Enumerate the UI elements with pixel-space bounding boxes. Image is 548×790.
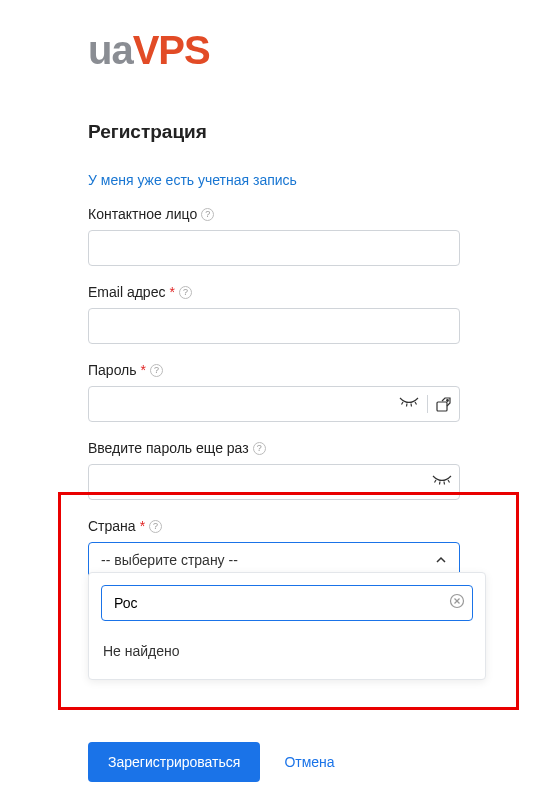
help-icon[interactable]: ? (201, 208, 214, 221)
svg-line-2 (411, 404, 412, 407)
help-icon[interactable]: ? (150, 364, 163, 377)
logo: uaVPS (88, 28, 460, 73)
logo-part-vps: VPS (133, 28, 210, 72)
svg-rect-4 (437, 402, 447, 411)
svg-line-9 (448, 480, 450, 483)
email-label: Email адрес (88, 284, 165, 300)
help-icon[interactable]: ? (149, 520, 162, 533)
field-email: Email адрес* ? (88, 284, 460, 344)
required-marker: * (169, 284, 174, 300)
password2-label: Введите пароль еще раз (88, 440, 249, 456)
help-icon[interactable]: ? (179, 286, 192, 299)
submit-button[interactable]: Зарегистрироваться (88, 742, 260, 782)
country-search-input[interactable] (101, 585, 473, 621)
svg-line-1 (407, 404, 408, 407)
password2-label-row: Введите пароль еще раз ? (88, 440, 460, 456)
no-results-text: Не найдено (101, 639, 473, 667)
field-country: Страна* ? -- выберите страну -- (88, 518, 460, 578)
eye-icon[interactable] (399, 397, 419, 411)
help-icon[interactable]: ? (253, 442, 266, 455)
contact-label-row: Контактное лицо ? (88, 206, 460, 222)
svg-line-3 (415, 402, 417, 405)
field-password: Пароль* ? (88, 362, 460, 422)
password-label: Пароль (88, 362, 137, 378)
country-dropdown: Не найдено (88, 572, 486, 680)
contact-input[interactable] (88, 230, 460, 266)
country-select-placeholder: -- выберите страну -- (101, 552, 238, 568)
eye-icon[interactable] (432, 475, 452, 489)
svg-line-7 (440, 482, 441, 485)
contact-label: Контактное лицо (88, 206, 197, 222)
email-input[interactable] (88, 308, 460, 344)
password-confirm-input[interactable] (88, 464, 460, 500)
svg-line-8 (444, 482, 445, 485)
svg-line-0 (402, 402, 404, 405)
cancel-button[interactable]: Отмена (284, 754, 334, 770)
existing-account-link[interactable]: У меня уже есть учетная запись (88, 172, 297, 188)
page-title: Регистрация (88, 121, 460, 143)
field-password-confirm: Введите пароль еще раз ? (88, 440, 460, 500)
country-label-row: Страна* ? (88, 518, 460, 534)
logo-part-ua: ua (88, 28, 133, 72)
password-label-row: Пароль* ? (88, 362, 460, 378)
country-label: Страна (88, 518, 136, 534)
form-buttons: Зарегистрироваться Отмена (88, 742, 335, 782)
email-label-row: Email адрес* ? (88, 284, 460, 300)
generate-password-icon[interactable] (436, 396, 452, 412)
chevron-up-icon (435, 554, 447, 566)
svg-line-6 (435, 480, 437, 483)
clear-search-icon[interactable] (449, 593, 465, 613)
icon-divider (427, 395, 428, 413)
required-marker: * (140, 518, 145, 534)
svg-point-5 (447, 400, 449, 402)
required-marker: * (141, 362, 146, 378)
field-contact: Контактное лицо ? (88, 206, 460, 266)
